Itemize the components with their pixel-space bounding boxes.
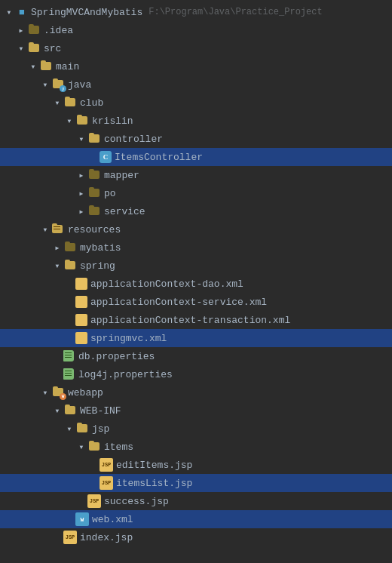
resources-item[interactable]: resources: [0, 220, 392, 238]
krislin-folder-icon: [75, 114, 89, 128]
app-ctx-service-arrow: [63, 296, 75, 308]
idea-label: .idea: [44, 25, 73, 36]
web-xml-label: web.xml: [92, 514, 133, 525]
krislin-label: krislin: [92, 115, 133, 127]
webapp-arrow: [39, 386, 51, 398]
po-arrow: [75, 187, 87, 199]
controller-label: controller: [104, 134, 163, 145]
service-item[interactable]: service: [0, 202, 392, 220]
mapper-folder-icon: [87, 168, 101, 182]
main-folder-icon: [39, 60, 53, 73]
items-controller-item[interactable]: C ItemsController: [0, 148, 392, 166]
root-label: SpringMVCAndMybatis: [31, 7, 142, 18]
items-folder-icon: [87, 440, 101, 454]
items-folder-label: items: [104, 441, 133, 453]
items-list-item[interactable]: JSP itemsList.jsp: [0, 474, 392, 492]
items-controller-arrow: [87, 151, 100, 163]
webinf-item[interactable]: WEB-INF: [0, 401, 392, 420]
project-icon: [15, 5, 29, 19]
krislin-item[interactable]: krislin: [0, 112, 392, 130]
root-item[interactable]: SpringMVCAndMybatis F:\Program\Java\Prac…: [0, 3, 392, 21]
root-path: F:\Program\Java\Practice_Project: [149, 7, 322, 17]
success-jsp-icon: JSP: [87, 494, 101, 508]
web-xml-icon: W: [75, 512, 89, 526]
edit-items-item[interactable]: JSP editItems.jsp: [0, 456, 392, 474]
app-ctx-dao-icon: [75, 278, 87, 290]
edit-items-icon: JSP: [100, 458, 113, 472]
app-ctx-tx-label: applicationContext-transaction.xml: [90, 315, 290, 326]
java-item[interactable]: J java: [0, 75, 392, 94]
mapper-label: mapper: [104, 170, 139, 181]
items-folder-item[interactable]: items: [0, 438, 392, 456]
file-tree: SpringMVCAndMybatis F:\Program\Java\Prac…: [0, 0, 392, 549]
jsp-folder-item[interactable]: jsp: [0, 420, 392, 438]
app-ctx-service-label: applicationContext-service.xml: [90, 297, 267, 308]
po-item[interactable]: po: [0, 184, 392, 202]
webinf-arrow: [51, 405, 63, 417]
db-props-label: db.properties: [78, 351, 155, 362]
idea-folder-icon: [27, 23, 41, 37]
controller-arrow: [75, 133, 87, 145]
app-ctx-dao-arrow: [63, 278, 75, 290]
mybatis-arrow: [51, 242, 63, 254]
db-props-item[interactable]: db.properties: [0, 347, 392, 365]
resources-label: resources: [68, 224, 121, 235]
src-folder-icon: [27, 42, 41, 55]
club-arrow: [51, 97, 63, 109]
success-jsp-label: success.jsp: [104, 496, 169, 507]
mapper-item[interactable]: mapper: [0, 166, 392, 184]
app-ctx-tx-item[interactable]: applicationContext-transaction.xml: [0, 311, 392, 329]
mybatis-label: mybatis: [80, 242, 121, 254]
app-ctx-service-icon: [75, 296, 87, 308]
mybatis-folder-icon: [63, 241, 77, 254]
root-arrow: [3, 6, 15, 18]
index-jsp-item[interactable]: JSP index.jsp: [0, 528, 392, 546]
java-arrow: [39, 78, 51, 91]
log4j-props-item[interactable]: log4j.properties: [0, 365, 392, 383]
resources-arrow: [39, 223, 51, 235]
webinf-label: WEB-INF: [80, 405, 121, 417]
items-list-arrow: [87, 477, 100, 489]
po-folder-icon: [87, 186, 101, 200]
controller-folder-icon: [87, 132, 101, 146]
spring-folder-label: spring: [80, 260, 115, 272]
main-arrow: [27, 60, 39, 72]
java-label: java: [68, 79, 91, 91]
po-label: po: [104, 188, 116, 199]
idea-item[interactable]: .idea: [0, 21, 392, 39]
springmvc-icon: [75, 332, 87, 344]
src-arrow: [15, 42, 27, 54]
resources-folder-icon: [51, 223, 65, 236]
index-jsp-icon: JSP: [63, 531, 77, 544]
club-item[interactable]: club: [0, 94, 392, 112]
app-ctx-dao-item[interactable]: applicationContext-dao.xml: [0, 275, 392, 293]
springmvc-item[interactable]: springmvc.xml: [0, 329, 392, 347]
java-folder-icon: J: [51, 78, 65, 91]
index-jsp-label: index.jsp: [80, 532, 133, 543]
main-item[interactable]: main: [0, 57, 392, 75]
jsp-folder-arrow: [63, 423, 75, 435]
app-ctx-service-item[interactable]: applicationContext-service.xml: [0, 293, 392, 311]
app-ctx-dao-label: applicationContext-dao.xml: [90, 278, 243, 290]
src-item[interactable]: src: [0, 39, 392, 57]
idea-arrow: [15, 24, 27, 36]
log4j-props-label: log4j.properties: [78, 369, 173, 380]
success-jsp-item[interactable]: JSP success.jsp: [0, 492, 392, 510]
success-jsp-arrow: [75, 495, 87, 507]
krislin-arrow: [63, 115, 75, 127]
mybatis-item[interactable]: mybatis: [0, 238, 392, 257]
spring-folder-item[interactable]: spring: [0, 257, 392, 275]
app-ctx-tx-arrow: [63, 314, 75, 326]
webapp-folder-icon: W: [51, 386, 65, 399]
src-label: src: [44, 43, 61, 54]
items-list-label: itemsList.jsp: [116, 478, 192, 489]
controller-item[interactable]: controller: [0, 130, 392, 148]
items-list-icon: JSP: [100, 476, 113, 490]
webapp-label: webapp: [68, 387, 103, 398]
spring-folder-arrow: [51, 260, 63, 272]
webapp-item[interactable]: W webapp: [0, 383, 392, 401]
jsp-folder-label: jsp: [92, 423, 109, 435]
db-props-icon: [63, 350, 75, 362]
springmvc-arrow: [63, 332, 75, 344]
web-xml-item[interactable]: W web.xml: [0, 510, 392, 528]
